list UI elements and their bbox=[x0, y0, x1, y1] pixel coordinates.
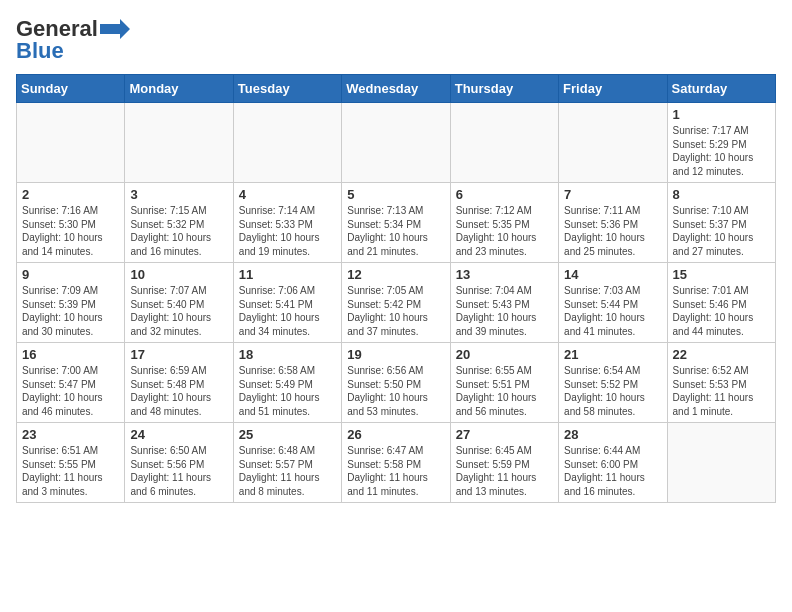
day-info: Sunrise: 6:48 AM Sunset: 5:57 PM Dayligh… bbox=[239, 444, 336, 498]
calendar-cell: 3Sunrise: 7:15 AM Sunset: 5:32 PM Daylig… bbox=[125, 183, 233, 263]
day-info: Sunrise: 6:52 AM Sunset: 5:53 PM Dayligh… bbox=[673, 364, 770, 418]
calendar-cell: 5Sunrise: 7:13 AM Sunset: 5:34 PM Daylig… bbox=[342, 183, 450, 263]
day-number: 20 bbox=[456, 347, 553, 362]
day-info: Sunrise: 7:15 AM Sunset: 5:32 PM Dayligh… bbox=[130, 204, 227, 258]
calendar-cell bbox=[342, 103, 450, 183]
day-info: Sunrise: 7:17 AM Sunset: 5:29 PM Dayligh… bbox=[673, 124, 770, 178]
day-number: 8 bbox=[673, 187, 770, 202]
calendar-cell bbox=[17, 103, 125, 183]
day-info: Sunrise: 7:16 AM Sunset: 5:30 PM Dayligh… bbox=[22, 204, 119, 258]
calendar-week-row-0: 1Sunrise: 7:17 AM Sunset: 5:29 PM Daylig… bbox=[17, 103, 776, 183]
calendar-cell bbox=[233, 103, 341, 183]
calendar-week-row-1: 2Sunrise: 7:16 AM Sunset: 5:30 PM Daylig… bbox=[17, 183, 776, 263]
calendar-cell: 6Sunrise: 7:12 AM Sunset: 5:35 PM Daylig… bbox=[450, 183, 558, 263]
calendar-cell: 15Sunrise: 7:01 AM Sunset: 5:46 PM Dayli… bbox=[667, 263, 775, 343]
day-number: 14 bbox=[564, 267, 661, 282]
day-number: 15 bbox=[673, 267, 770, 282]
calendar-cell: 1Sunrise: 7:17 AM Sunset: 5:29 PM Daylig… bbox=[667, 103, 775, 183]
calendar-header-saturday: Saturday bbox=[667, 75, 775, 103]
header: General Blue bbox=[16, 16, 776, 64]
calendar-cell: 14Sunrise: 7:03 AM Sunset: 5:44 PM Dayli… bbox=[559, 263, 667, 343]
day-number: 1 bbox=[673, 107, 770, 122]
calendar-table: SundayMondayTuesdayWednesdayThursdayFrid… bbox=[16, 74, 776, 503]
calendar-cell: 24Sunrise: 6:50 AM Sunset: 5:56 PM Dayli… bbox=[125, 423, 233, 503]
calendar-cell: 7Sunrise: 7:11 AM Sunset: 5:36 PM Daylig… bbox=[559, 183, 667, 263]
day-number: 26 bbox=[347, 427, 444, 442]
day-info: Sunrise: 7:06 AM Sunset: 5:41 PM Dayligh… bbox=[239, 284, 336, 338]
day-number: 5 bbox=[347, 187, 444, 202]
calendar-cell: 10Sunrise: 7:07 AM Sunset: 5:40 PM Dayli… bbox=[125, 263, 233, 343]
day-info: Sunrise: 7:13 AM Sunset: 5:34 PM Dayligh… bbox=[347, 204, 444, 258]
calendar-cell: 25Sunrise: 6:48 AM Sunset: 5:57 PM Dayli… bbox=[233, 423, 341, 503]
day-number: 13 bbox=[456, 267, 553, 282]
calendar-cell: 28Sunrise: 6:44 AM Sunset: 6:00 PM Dayli… bbox=[559, 423, 667, 503]
logo-arrow-icon bbox=[100, 19, 130, 39]
calendar-cell: 23Sunrise: 6:51 AM Sunset: 5:55 PM Dayli… bbox=[17, 423, 125, 503]
calendar-header-tuesday: Tuesday bbox=[233, 75, 341, 103]
day-number: 17 bbox=[130, 347, 227, 362]
day-info: Sunrise: 6:54 AM Sunset: 5:52 PM Dayligh… bbox=[564, 364, 661, 418]
day-info: Sunrise: 6:59 AM Sunset: 5:48 PM Dayligh… bbox=[130, 364, 227, 418]
day-number: 25 bbox=[239, 427, 336, 442]
calendar-cell: 21Sunrise: 6:54 AM Sunset: 5:52 PM Dayli… bbox=[559, 343, 667, 423]
day-number: 21 bbox=[564, 347, 661, 362]
day-number: 4 bbox=[239, 187, 336, 202]
calendar-cell: 26Sunrise: 6:47 AM Sunset: 5:58 PM Dayli… bbox=[342, 423, 450, 503]
calendar-cell bbox=[450, 103, 558, 183]
calendar-cell: 27Sunrise: 6:45 AM Sunset: 5:59 PM Dayli… bbox=[450, 423, 558, 503]
day-number: 27 bbox=[456, 427, 553, 442]
day-info: Sunrise: 7:14 AM Sunset: 5:33 PM Dayligh… bbox=[239, 204, 336, 258]
day-number: 24 bbox=[130, 427, 227, 442]
day-info: Sunrise: 7:11 AM Sunset: 5:36 PM Dayligh… bbox=[564, 204, 661, 258]
day-info: Sunrise: 7:07 AM Sunset: 5:40 PM Dayligh… bbox=[130, 284, 227, 338]
calendar-cell: 20Sunrise: 6:55 AM Sunset: 5:51 PM Dayli… bbox=[450, 343, 558, 423]
calendar-week-row-2: 9Sunrise: 7:09 AM Sunset: 5:39 PM Daylig… bbox=[17, 263, 776, 343]
calendar-cell: 8Sunrise: 7:10 AM Sunset: 5:37 PM Daylig… bbox=[667, 183, 775, 263]
calendar-cell: 4Sunrise: 7:14 AM Sunset: 5:33 PM Daylig… bbox=[233, 183, 341, 263]
day-info: Sunrise: 6:50 AM Sunset: 5:56 PM Dayligh… bbox=[130, 444, 227, 498]
day-info: Sunrise: 7:05 AM Sunset: 5:42 PM Dayligh… bbox=[347, 284, 444, 338]
calendar-cell: 16Sunrise: 7:00 AM Sunset: 5:47 PM Dayli… bbox=[17, 343, 125, 423]
day-number: 16 bbox=[22, 347, 119, 362]
day-number: 10 bbox=[130, 267, 227, 282]
calendar-header-wednesday: Wednesday bbox=[342, 75, 450, 103]
calendar-cell bbox=[559, 103, 667, 183]
calendar-header-row: SundayMondayTuesdayWednesdayThursdayFrid… bbox=[17, 75, 776, 103]
logo-blue: Blue bbox=[16, 38, 64, 64]
svg-marker-0 bbox=[100, 19, 130, 39]
day-info: Sunrise: 6:55 AM Sunset: 5:51 PM Dayligh… bbox=[456, 364, 553, 418]
day-number: 2 bbox=[22, 187, 119, 202]
day-number: 23 bbox=[22, 427, 119, 442]
day-info: Sunrise: 6:45 AM Sunset: 5:59 PM Dayligh… bbox=[456, 444, 553, 498]
day-info: Sunrise: 6:58 AM Sunset: 5:49 PM Dayligh… bbox=[239, 364, 336, 418]
day-info: Sunrise: 6:44 AM Sunset: 6:00 PM Dayligh… bbox=[564, 444, 661, 498]
day-info: Sunrise: 6:51 AM Sunset: 5:55 PM Dayligh… bbox=[22, 444, 119, 498]
calendar-header-friday: Friday bbox=[559, 75, 667, 103]
day-number: 18 bbox=[239, 347, 336, 362]
calendar-header-thursday: Thursday bbox=[450, 75, 558, 103]
day-number: 9 bbox=[22, 267, 119, 282]
day-number: 28 bbox=[564, 427, 661, 442]
calendar-cell bbox=[667, 423, 775, 503]
calendar-cell: 11Sunrise: 7:06 AM Sunset: 5:41 PM Dayli… bbox=[233, 263, 341, 343]
day-info: Sunrise: 6:47 AM Sunset: 5:58 PM Dayligh… bbox=[347, 444, 444, 498]
calendar-cell: 19Sunrise: 6:56 AM Sunset: 5:50 PM Dayli… bbox=[342, 343, 450, 423]
day-info: Sunrise: 7:10 AM Sunset: 5:37 PM Dayligh… bbox=[673, 204, 770, 258]
day-info: Sunrise: 7:04 AM Sunset: 5:43 PM Dayligh… bbox=[456, 284, 553, 338]
calendar-cell: 18Sunrise: 6:58 AM Sunset: 5:49 PM Dayli… bbox=[233, 343, 341, 423]
calendar-header-monday: Monday bbox=[125, 75, 233, 103]
day-info: Sunrise: 7:03 AM Sunset: 5:44 PM Dayligh… bbox=[564, 284, 661, 338]
calendar-cell: 9Sunrise: 7:09 AM Sunset: 5:39 PM Daylig… bbox=[17, 263, 125, 343]
calendar-cell bbox=[125, 103, 233, 183]
calendar-week-row-3: 16Sunrise: 7:00 AM Sunset: 5:47 PM Dayli… bbox=[17, 343, 776, 423]
calendar-cell: 17Sunrise: 6:59 AM Sunset: 5:48 PM Dayli… bbox=[125, 343, 233, 423]
calendar-header-sunday: Sunday bbox=[17, 75, 125, 103]
day-info: Sunrise: 6:56 AM Sunset: 5:50 PM Dayligh… bbox=[347, 364, 444, 418]
day-number: 3 bbox=[130, 187, 227, 202]
day-number: 12 bbox=[347, 267, 444, 282]
day-info: Sunrise: 7:01 AM Sunset: 5:46 PM Dayligh… bbox=[673, 284, 770, 338]
calendar-cell: 2Sunrise: 7:16 AM Sunset: 5:30 PM Daylig… bbox=[17, 183, 125, 263]
calendar-cell: 12Sunrise: 7:05 AM Sunset: 5:42 PM Dayli… bbox=[342, 263, 450, 343]
day-info: Sunrise: 7:12 AM Sunset: 5:35 PM Dayligh… bbox=[456, 204, 553, 258]
day-info: Sunrise: 7:00 AM Sunset: 5:47 PM Dayligh… bbox=[22, 364, 119, 418]
